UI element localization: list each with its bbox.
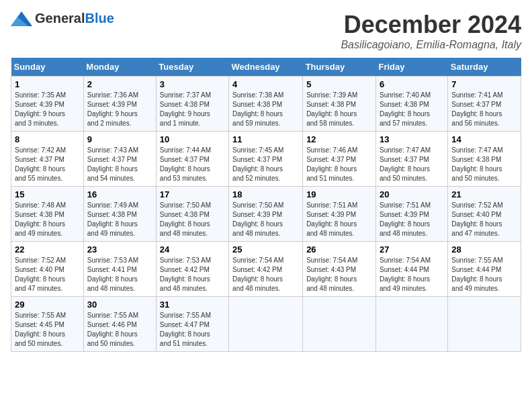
calendar-day-cell: 30Sunrise: 7:55 AMSunset: 4:46 PMDayligh… <box>83 297 156 352</box>
calendar-day-cell: 4Sunrise: 7:38 AMSunset: 4:38 PMDaylight… <box>229 77 303 132</box>
day-detail: Sunrise: 7:43 AMSunset: 4:37 PMDaylight:… <box>87 146 152 183</box>
day-detail: Sunrise: 7:37 AMSunset: 4:38 PMDaylight:… <box>160 91 225 128</box>
day-number: 6 <box>380 79 444 89</box>
day-number: 12 <box>306 134 372 144</box>
calendar-day-cell <box>375 297 447 352</box>
day-number: 4 <box>232 79 299 89</box>
day-detail: Sunrise: 7:53 AMSunset: 4:42 PMDaylight:… <box>160 256 225 293</box>
day-number: 11 <box>232 134 299 144</box>
day-detail: Sunrise: 7:50 AMSunset: 4:39 PMDaylight:… <box>232 201 299 238</box>
day-detail: Sunrise: 7:51 AMSunset: 4:39 PMDaylight:… <box>380 201 444 238</box>
calendar-day-cell: 24Sunrise: 7:53 AMSunset: 4:42 PMDayligh… <box>156 242 228 297</box>
calendar-body: 1Sunrise: 7:35 AMSunset: 4:39 PMDaylight… <box>11 77 521 352</box>
calendar-week-row: 15Sunrise: 7:48 AMSunset: 4:38 PMDayligh… <box>11 187 521 242</box>
calendar-day-cell: 11Sunrise: 7:45 AMSunset: 4:37 PMDayligh… <box>229 132 303 187</box>
logo: GeneralBlue <box>11 11 114 26</box>
weekday-header-cell: Monday <box>83 58 156 77</box>
calendar-week-row: 8Sunrise: 7:42 AMSunset: 4:37 PMDaylight… <box>11 132 521 187</box>
day-detail: Sunrise: 7:42 AMSunset: 4:37 PMDaylight:… <box>15 146 80 183</box>
weekday-header-cell: Sunday <box>11 58 84 77</box>
calendar-day-cell: 27Sunrise: 7:54 AMSunset: 4:44 PMDayligh… <box>375 242 447 297</box>
day-detail: Sunrise: 7:51 AMSunset: 4:39 PMDaylight:… <box>306 201 372 238</box>
calendar-day-cell: 5Sunrise: 7:39 AMSunset: 4:38 PMDaylight… <box>303 77 376 132</box>
month-title: December 2024 <box>341 11 521 39</box>
day-detail: Sunrise: 7:38 AMSunset: 4:38 PMDaylight:… <box>232 91 299 128</box>
calendar-day-cell: 29Sunrise: 7:55 AMSunset: 4:45 PMDayligh… <box>11 297 84 352</box>
calendar-table: SundayMondayTuesdayWednesdayThursdayFrid… <box>11 58 521 352</box>
day-detail: Sunrise: 7:53 AMSunset: 4:41 PMDaylight:… <box>87 256 152 293</box>
day-number: 31 <box>160 300 225 310</box>
day-detail: Sunrise: 7:40 AMSunset: 4:38 PMDaylight:… <box>380 91 444 128</box>
calendar-day-cell <box>303 297 376 352</box>
calendar-day-cell: 9Sunrise: 7:43 AMSunset: 4:37 PMDaylight… <box>83 132 156 187</box>
day-number: 21 <box>451 189 517 199</box>
day-detail: Sunrise: 7:50 AMSunset: 4:38 PMDaylight:… <box>160 201 225 238</box>
calendar-day-cell: 22Sunrise: 7:52 AMSunset: 4:40 PMDayligh… <box>11 242 84 297</box>
calendar-day-cell: 8Sunrise: 7:42 AMSunset: 4:37 PMDaylight… <box>11 132 84 187</box>
calendar-day-cell: 14Sunrise: 7:47 AMSunset: 4:38 PMDayligh… <box>448 132 521 187</box>
day-detail: Sunrise: 7:54 AMSunset: 4:43 PMDaylight:… <box>306 256 372 293</box>
calendar-day-cell: 28Sunrise: 7:55 AMSunset: 4:44 PMDayligh… <box>448 242 521 297</box>
day-number: 3 <box>160 79 225 89</box>
day-number: 10 <box>160 134 225 144</box>
calendar-day-cell: 13Sunrise: 7:47 AMSunset: 4:37 PMDayligh… <box>375 132 447 187</box>
day-number: 28 <box>451 244 517 255</box>
day-detail: Sunrise: 7:41 AMSunset: 4:37 PMDaylight:… <box>451 91 517 128</box>
calendar-day-cell: 10Sunrise: 7:44 AMSunset: 4:37 PMDayligh… <box>156 132 228 187</box>
day-detail: Sunrise: 7:52 AMSunset: 4:40 PMDaylight:… <box>15 256 80 293</box>
day-number: 26 <box>306 244 372 255</box>
day-detail: Sunrise: 7:55 AMSunset: 4:45 PMDaylight:… <box>15 311 80 349</box>
day-number: 17 <box>160 189 225 199</box>
day-detail: Sunrise: 7:47 AMSunset: 4:38 PMDaylight:… <box>451 146 517 183</box>
day-number: 23 <box>87 244 152 255</box>
calendar-day-cell: 31Sunrise: 7:55 AMSunset: 4:47 PMDayligh… <box>156 297 228 352</box>
weekday-header-cell: Thursday <box>303 58 376 77</box>
day-detail: Sunrise: 7:46 AMSunset: 4:37 PMDaylight:… <box>306 146 372 183</box>
day-number: 19 <box>306 189 372 199</box>
logo-general-text: General <box>35 11 85 26</box>
calendar-day-cell <box>448 297 521 352</box>
calendar-day-cell: 1Sunrise: 7:35 AMSunset: 4:39 PMDaylight… <box>11 77 84 132</box>
calendar-day-cell: 23Sunrise: 7:53 AMSunset: 4:41 PMDayligh… <box>83 242 156 297</box>
day-number: 2 <box>87 79 152 89</box>
calendar-day-cell: 12Sunrise: 7:46 AMSunset: 4:37 PMDayligh… <box>303 132 376 187</box>
day-detail: Sunrise: 7:39 AMSunset: 4:38 PMDaylight:… <box>306 91 372 128</box>
day-number: 29 <box>15 300 80 310</box>
calendar-day-cell: 16Sunrise: 7:49 AMSunset: 4:38 PMDayligh… <box>83 187 156 242</box>
day-number: 22 <box>15 244 80 255</box>
day-detail: Sunrise: 7:55 AMSunset: 4:44 PMDaylight:… <box>451 256 517 293</box>
day-detail: Sunrise: 7:49 AMSunset: 4:38 PMDaylight:… <box>87 201 152 238</box>
logo-blue-text: Blue <box>85 11 114 26</box>
page-header: GeneralBlue December 2024 Basilicagoiano… <box>11 11 521 51</box>
calendar-day-cell: 18Sunrise: 7:50 AMSunset: 4:39 PMDayligh… <box>229 187 303 242</box>
day-number: 20 <box>380 189 444 199</box>
day-detail: Sunrise: 7:48 AMSunset: 4:38 PMDaylight:… <box>15 201 80 238</box>
day-number: 14 <box>451 134 517 144</box>
day-number: 30 <box>87 300 152 310</box>
day-number: 18 <box>232 189 299 199</box>
calendar-week-row: 29Sunrise: 7:55 AMSunset: 4:45 PMDayligh… <box>11 297 521 352</box>
day-number: 16 <box>87 189 152 199</box>
day-number: 1 <box>15 79 80 89</box>
calendar-day-cell: 25Sunrise: 7:54 AMSunset: 4:42 PMDayligh… <box>229 242 303 297</box>
calendar-day-cell: 19Sunrise: 7:51 AMSunset: 4:39 PMDayligh… <box>303 187 376 242</box>
logo-icon <box>11 11 32 26</box>
weekday-header-row: SundayMondayTuesdayWednesdayThursdayFrid… <box>11 58 521 77</box>
calendar-week-row: 22Sunrise: 7:52 AMSunset: 4:40 PMDayligh… <box>11 242 521 297</box>
calendar-week-row: 1Sunrise: 7:35 AMSunset: 4:39 PMDaylight… <box>11 77 521 132</box>
day-detail: Sunrise: 7:45 AMSunset: 4:37 PMDaylight:… <box>232 146 299 183</box>
calendar-day-cell: 26Sunrise: 7:54 AMSunset: 4:43 PMDayligh… <box>303 242 376 297</box>
day-number: 9 <box>87 134 152 144</box>
day-number: 7 <box>451 79 517 89</box>
calendar-day-cell: 21Sunrise: 7:52 AMSunset: 4:40 PMDayligh… <box>448 187 521 242</box>
calendar-day-cell: 15Sunrise: 7:48 AMSunset: 4:38 PMDayligh… <box>11 187 84 242</box>
day-detail: Sunrise: 7:55 AMSunset: 4:46 PMDaylight:… <box>87 311 152 349</box>
day-detail: Sunrise: 7:54 AMSunset: 4:44 PMDaylight:… <box>380 256 444 293</box>
day-number: 25 <box>232 244 299 255</box>
day-detail: Sunrise: 7:54 AMSunset: 4:42 PMDaylight:… <box>232 256 299 293</box>
calendar-day-cell: 2Sunrise: 7:36 AMSunset: 4:39 PMDaylight… <box>83 77 156 132</box>
day-detail: Sunrise: 7:55 AMSunset: 4:47 PMDaylight:… <box>160 311 225 349</box>
weekday-header-cell: Wednesday <box>229 58 303 77</box>
day-detail: Sunrise: 7:35 AMSunset: 4:39 PMDaylight:… <box>15 91 80 128</box>
day-number: 15 <box>15 189 80 199</box>
